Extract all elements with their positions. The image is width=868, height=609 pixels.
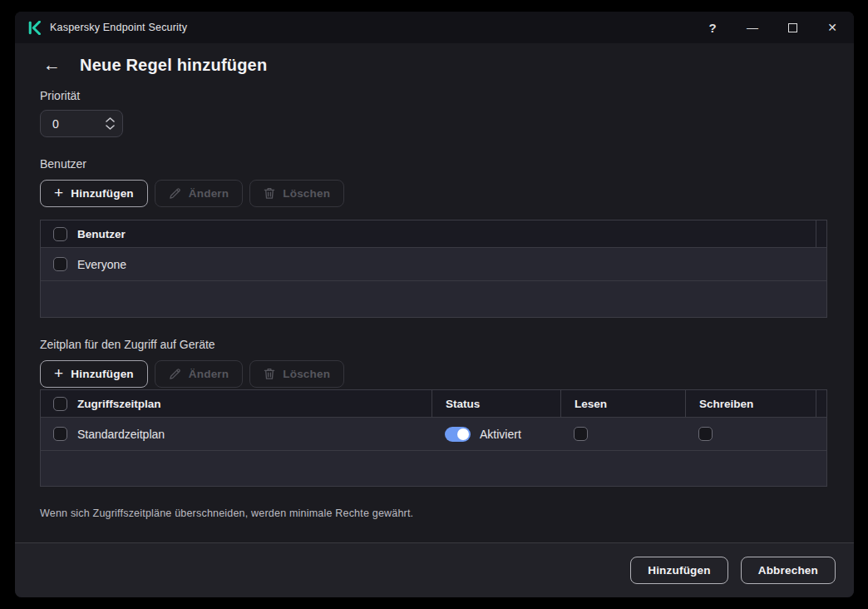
cancel-button[interactable]: Abbrechen <box>741 557 836 584</box>
users-toolbar: + Hinzufügen Ändern Löschen <box>40 180 827 207</box>
add-rule-label: Hinzufügen <box>648 564 711 577</box>
users-edit-button[interactable]: Ändern <box>155 180 243 207</box>
spinner-up-icon[interactable] <box>106 117 115 122</box>
close-icon[interactable]: ✕ <box>812 12 852 43</box>
users-table: Benutzer Everyone <box>40 220 827 318</box>
users-section-label: Benutzer <box>40 157 827 171</box>
users-table-header: Benutzer <box>41 220 826 247</box>
users-add-button[interactable]: + Hinzufügen <box>40 180 148 207</box>
status-toggle[interactable] <box>445 427 471 442</box>
kaspersky-logo-icon <box>27 20 42 35</box>
status-column-header: Status <box>446 398 480 410</box>
add-rule-button[interactable]: Hinzufügen <box>630 557 728 584</box>
priority-label: Priorität <box>40 89 827 103</box>
schedule-section-label: Zeitplan für den Zugriff auf Geräte <box>40 338 827 352</box>
minimize-icon[interactable]: — <box>732 12 772 43</box>
plus-icon: + <box>54 365 63 381</box>
trash-icon <box>264 187 275 200</box>
title-bar: Kaspersky Endpoint Security ? — ✕ <box>15 12 854 43</box>
schedule-edit-label: Ändern <box>189 368 229 380</box>
back-arrow-icon[interactable]: ← <box>43 55 65 75</box>
users-column-header: Benutzer <box>77 228 126 240</box>
maximize-icon[interactable] <box>772 12 812 43</box>
pencil-icon <box>169 368 181 380</box>
trash-icon <box>264 368 275 380</box>
plus-icon: + <box>54 185 63 201</box>
schedule-delete-button[interactable]: Löschen <box>249 360 344 388</box>
write-checkbox[interactable] <box>698 427 713 441</box>
app-title: Kaspersky Endpoint Security <box>50 22 187 33</box>
user-name: Everyone <box>77 258 126 271</box>
schedule-column-header: Zugriffszeitplan <box>77 398 161 410</box>
users-edit-label: Ändern <box>189 187 229 200</box>
write-column-header: Schreiben <box>699 398 753 410</box>
schedule-select-all-checkbox[interactable] <box>53 397 67 411</box>
schedule-add-label: Hinzufügen <box>71 368 134 380</box>
schedule-delete-label: Löschen <box>283 368 330 380</box>
users-delete-button[interactable]: Löschen <box>249 180 344 207</box>
standard-schedule-checkbox[interactable] <box>53 427 67 441</box>
schedule-toolbar: + Hinzufügen Ändern Löschen <box>40 360 827 388</box>
users-select-all-checkbox[interactable] <box>53 227 67 241</box>
read-column-header: Lesen <box>575 398 607 410</box>
schedule-table-empty-area <box>41 450 826 486</box>
pencil-icon <box>169 187 181 200</box>
spinner-down-icon[interactable] <box>106 125 115 130</box>
table-row[interactable]: Everyone <box>41 247 826 280</box>
users-delete-label: Löschen <box>283 187 330 200</box>
dialog-footer: Hinzufügen Abbrechen <box>15 542 854 597</box>
users-add-label: Hinzufügen <box>71 187 134 200</box>
everyone-checkbox[interactable] <box>53 257 67 271</box>
users-table-empty-area <box>41 280 826 317</box>
app-window: Kaspersky Endpoint Security ? — ✕ ← Neue… <box>15 12 854 597</box>
overlap-note: Wenn sich Zugriffszeitpläne überschneide… <box>40 508 827 519</box>
schedule-table: Zugriffszeitplan Status Lesen Schreiben … <box>40 389 827 487</box>
table-row[interactable]: Standardzeitplan Aktiviert <box>41 417 826 450</box>
schedule-name: Standardzeitplan <box>77 428 165 441</box>
priority-value[interactable]: 0 <box>41 117 101 131</box>
schedule-add-button[interactable]: + Hinzufügen <box>40 360 148 388</box>
dialog-content: ← Neue Regel hinzufügen Priorität 0 Benu… <box>15 43 854 542</box>
read-checkbox[interactable] <box>574 427 588 441</box>
schedule-table-header: Zugriffszeitplan Status Lesen Schreiben <box>41 390 826 417</box>
help-icon[interactable]: ? <box>693 12 732 43</box>
priority-stepper[interactable]: 0 <box>40 110 123 137</box>
status-label: Aktiviert <box>480 428 521 441</box>
schedule-edit-button[interactable]: Ändern <box>155 360 243 388</box>
cancel-label: Abbrechen <box>758 564 818 577</box>
page-title: Neue Regel hinzufügen <box>80 56 267 75</box>
